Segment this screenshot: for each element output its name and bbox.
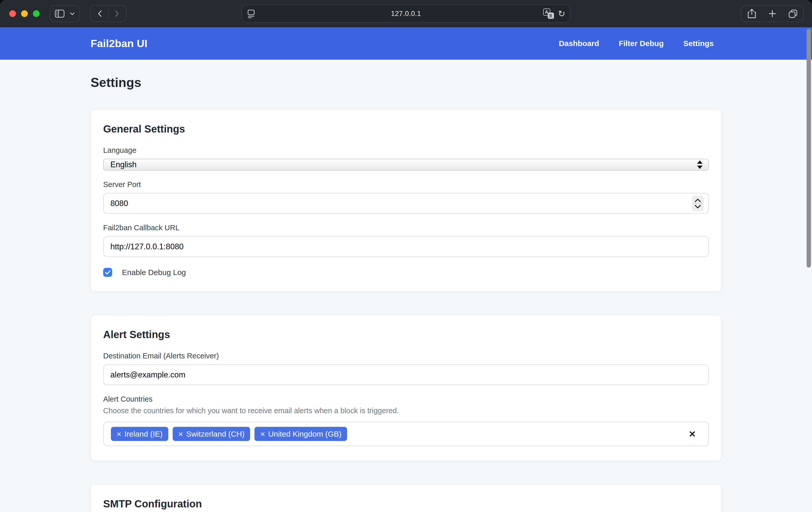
chevron-right-icon [115, 10, 119, 17]
smtp-configuration-title: SMTP Configuration [103, 498, 709, 510]
close-window-button[interactable] [9, 10, 16, 17]
remove-tag-icon[interactable]: × [260, 430, 265, 438]
back-button[interactable] [93, 6, 107, 21]
share-button[interactable] [745, 6, 758, 21]
debug-checkbox-label[interactable]: Enable Debug Log [122, 268, 186, 277]
sidebar-button-group [50, 5, 80, 22]
divider [108, 9, 109, 18]
nav-links: Dashboard Filter Debug Settings [559, 39, 714, 48]
language-label: Language [103, 146, 709, 154]
number-stepper[interactable] [692, 196, 704, 211]
checkmark-icon [105, 270, 111, 275]
scrollbar-thumb[interactable] [807, 29, 811, 267]
alert-settings-card: Alert Settings Destination Email (Alerts… [91, 315, 721, 461]
reload-button[interactable]: ↻ [558, 9, 566, 18]
toolbar-right-group [741, 5, 804, 22]
history-button-group [90, 5, 126, 22]
chevron-down-icon [70, 12, 75, 15]
destination-email-input[interactable] [103, 364, 709, 385]
country-tag-label: United Kingdom (GB) [268, 430, 341, 438]
sidebar-toggle-button[interactable] [53, 6, 66, 21]
smtp-configuration-card: SMTP Configuration SMTP Host [91, 484, 721, 512]
divider [694, 203, 702, 204]
country-tag-label: Ireland (IE) [124, 430, 163, 438]
reader-format-icon [247, 9, 255, 18]
nav-link-filter-debug[interactable]: Filter Debug [619, 39, 664, 48]
country-tag-label: Switzerland (CH) [186, 430, 245, 438]
clear-all-button[interactable]: ✕ [689, 429, 696, 439]
language-select[interactable]: English [103, 159, 709, 171]
callback-url-label: Fail2ban Callback URL [103, 224, 709, 232]
alert-settings-title: Alert Settings [103, 329, 709, 340]
translate-char-icon: 文 [548, 12, 554, 19]
country-tag[interactable]: ×Switzerland (CH) [173, 427, 250, 441]
url-text[interactable]: 127.0.0.1 [242, 10, 570, 18]
app-navbar: Fail2ban UI Dashboard Filter Debug Setti… [0, 27, 812, 60]
server-port-label: Server Port [103, 180, 709, 189]
nav-link-dashboard[interactable]: Dashboard [559, 39, 599, 48]
alert-countries-multiselect[interactable]: ×Ireland (IE)×Switzerland (CH)×United Ki… [103, 422, 709, 446]
forward-button[interactable] [110, 6, 123, 21]
browser-toolbar: 127.0.0.1 A 文 ↻ [0, 0, 812, 27]
page-title: Settings [91, 75, 721, 90]
chevron-up-icon [694, 198, 701, 202]
settings-page: Settings General Settings Language Engli… [0, 60, 812, 512]
brand-title[interactable]: Fail2ban UI [91, 37, 147, 50]
window-controls [9, 10, 40, 17]
address-bar[interactable]: 127.0.0.1 A 文 ↻ [241, 4, 571, 23]
chevron-left-icon [98, 10, 102, 17]
new-tab-button[interactable] [766, 6, 779, 21]
sidebar-icon [55, 9, 65, 18]
general-settings-card: General Settings Language English Server… [91, 110, 721, 291]
callback-url-input[interactable] [103, 236, 709, 257]
country-tag[interactable]: ×Ireland (IE) [111, 427, 168, 441]
tab-overview-button[interactable] [786, 6, 800, 21]
remove-tag-icon[interactable]: × [117, 430, 121, 438]
country-tags: ×Ireland (IE)×Switzerland (CH)×United Ki… [111, 427, 347, 441]
sidebar-menu-chevron[interactable] [68, 6, 77, 21]
server-port-input[interactable] [103, 193, 709, 214]
alert-countries-help: Choose the countries for which you want … [103, 406, 709, 415]
select-arrows-icon [697, 161, 703, 169]
country-tag[interactable]: ×United Kingdom (GB) [255, 427, 347, 441]
destination-email-label: Destination Email (Alerts Receiver) [103, 352, 709, 360]
page-format-button[interactable] [247, 9, 255, 18]
browser-window: 127.0.0.1 A 文 ↻ [0, 0, 812, 512]
general-settings-title: General Settings [103, 123, 709, 135]
tabs-icon [788, 9, 798, 18]
debug-checkbox[interactable] [103, 268, 112, 277]
language-selected-value: English [110, 160, 137, 169]
share-icon [748, 9, 756, 19]
chevron-down-icon [694, 204, 701, 209]
nav-link-settings[interactable]: Settings [684, 39, 714, 48]
minimize-window-button[interactable] [21, 10, 28, 17]
remove-tag-icon[interactable]: × [178, 430, 183, 438]
zoom-window-button[interactable] [33, 10, 40, 17]
translate-button[interactable]: A 文 [543, 8, 554, 19]
plus-icon [768, 10, 776, 18]
alert-countries-label: Alert Countries [103, 395, 709, 403]
